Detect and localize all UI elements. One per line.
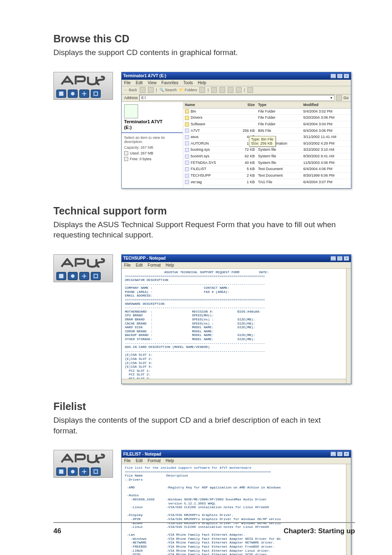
maximize-icon[interactable]: □	[337, 451, 343, 456]
search-button[interactable]: 🔍 Search	[159, 88, 177, 92]
undo-icon[interactable]	[236, 87, 242, 93]
svg-point-4	[71, 274, 75, 278]
page-number: 46	[53, 527, 61, 535]
col-type[interactable]: Type	[256, 102, 302, 108]
svg-rect-2	[94, 92, 98, 95]
filelist-header-cols: File Name Description	[125, 474, 348, 478]
techsupp-text: ASUSTeK TECHNICAL SUPPORT REQUEST FORM D…	[125, 270, 348, 384]
menu-edit[interactable]: Edit	[136, 80, 143, 86]
menu-tools[interactable]: Tools	[183, 80, 193, 86]
table-row[interactable]: bootreg.sys72 KBSystem file3/22/2002 3:1…	[183, 147, 351, 153]
views-icon[interactable]	[247, 87, 253, 93]
col-name[interactable]: Name	[183, 102, 235, 108]
minimize-icon[interactable]: _	[330, 256, 336, 261]
thumb-btn-3[interactable]	[79, 272, 89, 280]
vertical-scrollbar[interactable]	[346, 464, 351, 555]
menu-help[interactable]: Help	[166, 262, 174, 268]
menu-help[interactable]: Help	[198, 80, 206, 86]
up-icon[interactable]	[148, 87, 154, 93]
history-icon[interactable]	[199, 87, 205, 93]
filelist-body[interactable]: File list for the included support softw…	[122, 464, 351, 555]
thumb-btn-2[interactable]	[68, 272, 78, 280]
svg-rect-8	[94, 470, 98, 474]
move-icon[interactable]	[211, 87, 217, 93]
horizontal-scrollbar[interactable]	[122, 379, 346, 384]
col-size[interactable]: Size	[235, 102, 256, 108]
folders-button[interactable]: 📁 Folders	[179, 88, 197, 92]
menu-file[interactable]: File	[124, 458, 131, 464]
vertical-scrollbar[interactable]	[346, 269, 351, 384]
explorer-window: Terminator1 A7VT (E:) _ □ × File Edit Vi…	[121, 72, 351, 189]
svg-rect-0	[59, 91, 64, 96]
thumb-btn-1[interactable]	[56, 90, 66, 98]
side-capacity: Capacity: 267 MB	[124, 145, 180, 150]
tech-heading: Technical support form	[53, 205, 359, 217]
delete-icon[interactable]	[228, 87, 233, 93]
back-button[interactable]: ← Back	[124, 88, 137, 92]
minimize-icon[interactable]: _	[330, 74, 336, 78]
thumb-btn-1[interactable]	[56, 467, 66, 476]
asus-thumb-browse	[53, 72, 113, 100]
maximize-icon[interactable]: □	[337, 74, 343, 78]
forward-icon[interactable]	[140, 87, 145, 93]
menu-format[interactable]: Format	[148, 262, 161, 268]
notepad-menubar[interactable]: File Edit Format Help	[122, 458, 351, 464]
menu-favorites[interactable]: Favorites	[161, 80, 178, 86]
file-icon	[185, 167, 189, 171]
explorer-title: Terminator1 A7VT (E:)	[123, 74, 166, 78]
file-icon	[185, 180, 189, 184]
notepad-menubar[interactable]: File Edit Format Help	[122, 262, 351, 269]
thumb-btn-1[interactable]	[56, 272, 66, 280]
browse-text: Displays the support CD contents in grap…	[53, 47, 341, 58]
tech-text: Displays the ASUS Technical Support Requ…	[53, 219, 341, 240]
chevron-down-icon[interactable]: ▾	[330, 96, 332, 100]
close-icon[interactable]: ×	[344, 74, 349, 78]
thumb-btn-3[interactable]	[79, 90, 89, 98]
file-icon	[185, 141, 189, 145]
table-row[interactable]: FILELIST5 KBText Document6/4/2004 4:06 P…	[183, 166, 351, 173]
table-row[interactable]: A7VT256 KBBIN File6/4/2004 3:06 PM	[183, 128, 351, 134]
file-icon	[185, 154, 189, 159]
table-row[interactable]: DriversFile Folder5/20/2004 3:06 PM	[183, 115, 351, 121]
menu-edit[interactable]: Edit	[136, 262, 143, 268]
go-button[interactable]	[336, 95, 342, 101]
menu-view[interactable]: View	[148, 80, 157, 86]
menu-format[interactable]: Format	[148, 458, 161, 464]
file-icon	[185, 174, 189, 178]
maximize-icon[interactable]: □	[337, 256, 343, 261]
asus-logo-icon	[58, 453, 107, 464]
menu-file[interactable]: File	[124, 262, 131, 268]
thumb-btn-2[interactable]	[68, 90, 78, 98]
thumb-btn-2[interactable]	[68, 467, 78, 476]
table-row[interactable]: bootvirt.sys62 KBSystem file8/30/2002 9:…	[183, 153, 351, 160]
menu-help[interactable]: Help	[166, 458, 174, 464]
address-label: Address	[124, 96, 138, 100]
menu-file[interactable]: File	[124, 80, 131, 86]
file-icon	[185, 135, 189, 139]
copy-icon[interactable]	[219, 87, 225, 93]
table-row[interactable]: FETND5A.SYS40 KBSystem file11/5/2003 4:0…	[183, 160, 351, 166]
col-modified[interactable]: Modified	[302, 102, 351, 108]
thumb-btn-3[interactable]	[79, 467, 89, 476]
minimize-icon[interactable]: _	[330, 451, 336, 456]
thumb-btn-4[interactable]	[91, 272, 101, 280]
drive-icon	[124, 104, 138, 118]
address-field[interactable]: E:\ ▾	[139, 95, 334, 101]
table-row[interactable]: BinFile Folder5/4/2004 3:02 PM	[183, 108, 351, 115]
side-drive: (E:)	[124, 125, 180, 130]
table-row[interactable]: SoftwareFile Folder6/4/2004 3:04 PM	[183, 121, 351, 128]
menu-edit[interactable]: Edit	[136, 458, 143, 464]
file-icon	[185, 129, 189, 133]
table-row[interactable]: TECHSUPP2 KBText Document8/30/1999 6:06 …	[183, 173, 351, 179]
chapter-title: Chapter3: Starting up	[284, 527, 355, 535]
close-icon[interactable]: ×	[344, 256, 349, 261]
filelist-window: FILELIST - Notepad _ □ × File Edit Forma…	[121, 450, 351, 555]
address-value: E:\	[141, 96, 146, 100]
thumb-btn-4[interactable]	[91, 467, 101, 476]
used-icon	[124, 151, 128, 155]
table-row[interactable]: ver.tag1 KBTAG File6/4/2004 3:07 PM	[183, 179, 351, 186]
explorer-menubar[interactable]: File Edit View Favorites Tools Help	[122, 80, 351, 86]
techsupp-body[interactable]: ASUSTeK TECHNICAL SUPPORT REQUEST FORM D…	[122, 269, 351, 384]
close-icon[interactable]: ×	[344, 451, 349, 456]
thumb-btn-4[interactable]	[91, 90, 101, 98]
